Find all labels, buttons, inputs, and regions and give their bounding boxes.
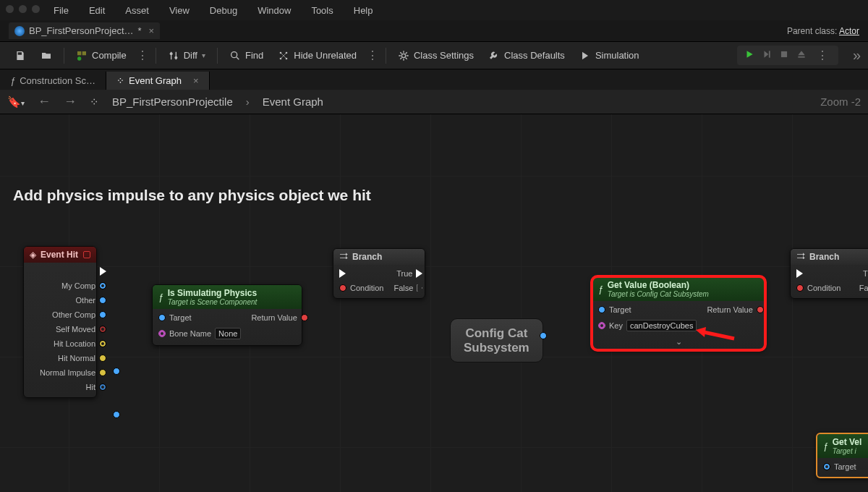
menu-bar: File Edit Asset View Debug Window Tools … (0, 0, 868, 20)
pin-key[interactable]: Key canDestroyCubes (598, 320, 697, 331)
node-header: ◈ Event Hit (24, 247, 96, 263)
hide-options[interactable]: ⋮ (364, 48, 381, 62)
expand-icon[interactable]: ⌄ (592, 337, 765, 349)
stop-button[interactable] (779, 49, 789, 62)
svg-point-6 (231, 51, 237, 57)
play-button[interactable] (744, 49, 754, 62)
delegate-pin[interactable] (83, 251, 90, 258)
tab-label: Event Graph (129, 75, 182, 86)
node-configcat-subsystem[interactable]: Config Cat Subsystem (450, 318, 543, 362)
find-button[interactable]: Find (222, 47, 271, 64)
menu-debug[interactable]: Debug (200, 5, 247, 16)
play-controls: ⋮ (737, 46, 838, 65)
wrench-icon (488, 50, 500, 62)
menu-tools[interactable]: Tools (301, 5, 343, 16)
bone-name-input[interactable]: None (215, 328, 241, 339)
pin-condition[interactable]: Condition (339, 284, 383, 292)
pin-impulse[interactable]: Normal Impulse (40, 368, 106, 377)
class-settings-button[interactable]: Class Settings (391, 47, 481, 64)
unreal-icon (14, 26, 25, 36)
node-branch-2[interactable]: ⮆ Branch Condition Tr Fal (790, 248, 868, 299)
pin-target[interactable]: Target (823, 462, 856, 471)
tab-close-icon[interactable]: × (186, 75, 199, 86)
svg-point-3 (77, 56, 81, 60)
tab-dirty: * (138, 25, 142, 36)
nav-back-icon[interactable]: ← (38, 94, 51, 109)
pin-hitnorm[interactable]: Hit Normal (58, 354, 106, 362)
pin-false[interactable]: False (393, 284, 422, 292)
pin-hit[interactable]: Hit (86, 383, 106, 391)
node-is-simulating-physics[interactable]: ƒ Is Simulating Physics Target is Scene … (152, 284, 302, 346)
hide-icon (278, 50, 289, 62)
crumb-asset[interactable]: BP_FirstPersonProjectile (112, 96, 233, 108)
node-branch-1[interactable]: ⮆ Branch Condition True False (333, 248, 425, 299)
simulation-button[interactable]: Simulation (572, 47, 647, 64)
pin-condition[interactable]: Condition (796, 284, 841, 292)
key-input[interactable]: canDestroyCubes (626, 320, 697, 331)
menu-edit[interactable]: Edit (79, 5, 115, 16)
menu-file[interactable]: File (43, 5, 79, 16)
pin-true[interactable]: True (396, 269, 422, 278)
pin-return[interactable]: Return Value (707, 305, 763, 314)
diff-button[interactable]: Diff ▾ (161, 47, 213, 64)
tab-construction-script[interactable]: ƒ Construction Sc… (0, 72, 106, 90)
pin-othercomp[interactable]: Other Comp (52, 310, 106, 319)
save-button[interactable] (7, 47, 33, 64)
nav-fwd-icon[interactable]: → (64, 94, 77, 109)
eject-button[interactable] (796, 49, 807, 62)
node-get-value-boolean[interactable]: ƒ Get Value (Boolean) Target is Config C… (592, 276, 765, 350)
search-icon (229, 50, 241, 62)
graph-canvas[interactable]: Add physics impulse to any physics objec… (0, 114, 868, 492)
menu-asset[interactable]: Asset (115, 5, 159, 16)
menu-view[interactable]: View (159, 5, 200, 16)
reroute-node[interactable] (113, 368, 120, 375)
pin-true[interactable]: Tr (863, 269, 868, 278)
tab-title: BP_FirstPersonProject… (29, 25, 134, 36)
folder-find-icon (41, 50, 52, 62)
pin-other[interactable]: Other (76, 296, 107, 305)
pin-hitloc[interactable]: Hit Location (54, 339, 106, 348)
pin-target[interactable]: Target (598, 305, 697, 314)
menu-help[interactable]: Help (344, 5, 383, 16)
bookmark-icon[interactable]: 🔖▾ (7, 96, 25, 109)
simulation-icon (579, 50, 591, 62)
svg-rect-13 (781, 51, 787, 56)
play-step-button[interactable] (762, 49, 772, 62)
node-header: ƒ Is Simulating Physics Target is Scene … (153, 285, 302, 309)
compile-options[interactable]: ⋮ (134, 48, 151, 62)
document-tab[interactable]: BP_FirstPersonProject… * × (9, 22, 160, 39)
node-title: Branch (809, 252, 839, 262)
node-event-hit[interactable]: ◈ Event Hit My Comp Other Other Comp Sel… (23, 246, 97, 398)
pin-return[interactable]: Return Value (251, 313, 307, 322)
graph-root-icon[interactable]: ⁘ (90, 96, 99, 109)
crumb-graph[interactable]: Event Graph (263, 96, 323, 108)
pin-selfmoved[interactable]: Self Moved (56, 325, 106, 334)
pin-false[interactable]: Fal (859, 284, 868, 292)
toolbar-overflow-icon[interactable]: » (838, 47, 861, 64)
svg-point-5 (174, 56, 177, 59)
node-subtitle: Target is Scene Component (168, 298, 258, 306)
pin-bonename[interactable]: Bone Name None (158, 328, 241, 339)
exec-in-pin[interactable] (339, 269, 383, 278)
tab-event-graph[interactable]: ⁘ Event Graph × (106, 72, 210, 90)
hide-unrelated-button[interactable]: Hide Unrelated (271, 47, 364, 64)
play-options[interactable]: ⋮ (814, 48, 831, 62)
class-defaults-button[interactable]: Class Defaults (481, 47, 572, 64)
reroute-node[interactable] (113, 411, 120, 418)
tab-close-icon[interactable]: × (146, 25, 155, 36)
pin-out[interactable] (540, 332, 547, 339)
node-get-velocity[interactable]: ƒ Get Vel Target i Target (816, 433, 868, 478)
exec-in-pin[interactable] (796, 269, 841, 278)
pin-target[interactable]: Target (158, 313, 241, 322)
parent-class-link[interactable]: Actor (839, 26, 859, 36)
svg-rect-1 (77, 51, 81, 55)
compile-button[interactable]: Compile (69, 47, 134, 64)
pin-mycomp[interactable]: My Comp (61, 281, 106, 290)
browse-button[interactable] (33, 47, 59, 64)
graph-icon: ⁘ (116, 75, 124, 86)
exec-out-pin[interactable] (100, 267, 106, 276)
node-header: ⮆ Branch (791, 249, 868, 265)
menu-window[interactable]: Window (247, 5, 301, 16)
node-title: Get Value (Boolean) (608, 280, 689, 290)
parent-class: Parent class: Actor (787, 26, 859, 36)
